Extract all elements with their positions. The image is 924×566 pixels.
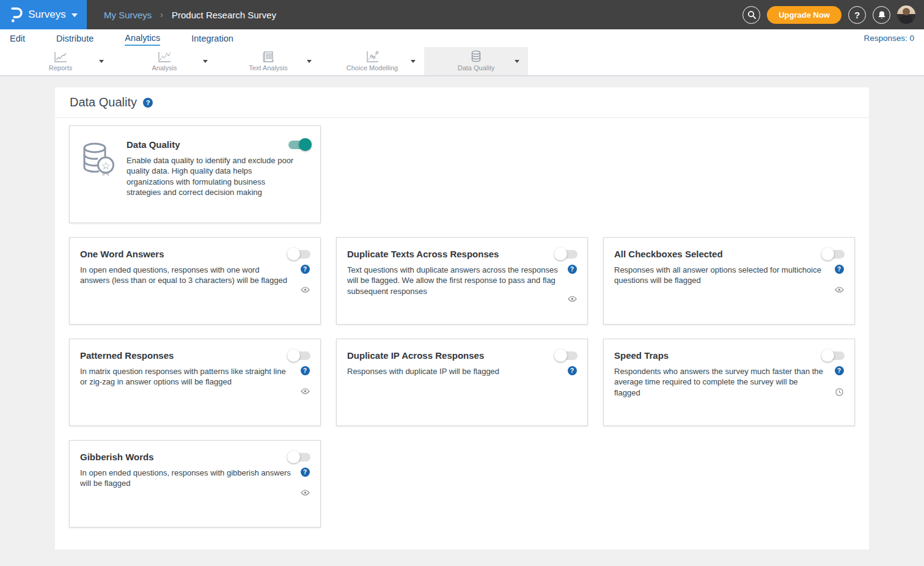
database-icon [469, 51, 483, 63]
data-quality-panel: Data Quality ? ☆ [55, 87, 869, 549]
all-checkboxes-toggle[interactable] [823, 250, 845, 259]
card-description: In matrix question responses with patter… [80, 366, 299, 394]
card-help-icon[interactable]: ? [835, 265, 844, 274]
card-help-icon[interactable]: ? [301, 265, 310, 274]
analytics-toolbar: Reports Analysis [0, 47, 924, 76]
scatter-chart-icon [365, 51, 379, 63]
patterned-responses-toggle[interactable] [288, 351, 310, 360]
chevron-down-icon[interactable] [99, 60, 104, 63]
card-description: Enable data quality to identify and excl… [127, 155, 300, 197]
tab-data-quality[interactable]: Data Quality [424, 47, 528, 75]
card-title: Duplicate Texts Across Responses [347, 248, 499, 259]
data-quality-toggle[interactable] [288, 141, 310, 149]
card-help-icon[interactable]: ? [301, 468, 310, 477]
card-all-checkboxes: All Checkboxes Selected Responses with a… [603, 237, 855, 325]
svg-text:☆: ☆ [101, 160, 110, 172]
tab-choice-modelling[interactable]: Choice Modelling [320, 47, 424, 75]
upgrade-now-button[interactable]: Upgrade Now [767, 6, 842, 24]
tab-label: Data Quality [458, 64, 495, 72]
card-description: Text questions with duplicate answers ac… [347, 265, 566, 302]
card-title: One Word Answers [80, 248, 164, 259]
card-speed-traps: Speed Traps Respondents who answers the … [603, 339, 855, 426]
eye-icon[interactable] [301, 287, 310, 293]
database-badge-icon: ☆ [80, 138, 116, 213]
card-title: Data Quality [127, 138, 180, 150]
page-help-icon[interactable]: ? [143, 98, 153, 108]
card-help-icon[interactable]: ? [568, 366, 577, 375]
tab-label: Text Analysis [249, 64, 288, 72]
topbar-actions: Upgrade Now ? [743, 6, 924, 24]
card-help-icon[interactable]: ? [568, 265, 577, 274]
tab-text-analysis[interactable]: Text Analysis [216, 47, 320, 75]
notifications-button[interactable] [873, 6, 890, 24]
chevron-down-icon[interactable] [307, 60, 312, 63]
card-duplicate-ip: Duplicate IP Across Responses Responses … [336, 339, 588, 426]
nav-tab-integration[interactable]: Integration [191, 32, 233, 45]
tab-label: Reports [49, 64, 73, 72]
eye-icon[interactable] [301, 388, 310, 394]
gibberish-words-toggle[interactable] [288, 453, 310, 461]
line-chart-icon [54, 51, 67, 63]
duplicate-texts-toggle[interactable] [556, 250, 578, 259]
panel-header: Data Quality ? [55, 87, 869, 118]
card-description: Responses with duplicate IP will be flag… [347, 366, 566, 377]
duplicate-ip-toggle[interactable] [556, 351, 578, 360]
tab-analysis[interactable]: Analysis [112, 47, 216, 75]
card-help-icon[interactable]: ? [301, 366, 310, 375]
chevron-down-icon[interactable] [411, 60, 416, 63]
help-button[interactable]: ? [848, 6, 866, 24]
card-one-word-answers: One Word Answers In open ended questions… [69, 237, 321, 325]
card-description: In open ended questions, responses with … [80, 265, 299, 293]
card-description: In open ended questions, responses with … [80, 468, 299, 496]
questionpro-logo-icon [9, 6, 23, 24]
card-help-icon[interactable]: ? [835, 366, 844, 375]
search-icon [747, 10, 756, 19]
card-title: Gibberish Words [80, 450, 154, 462]
breadcrumb: My Surveys › Product Research Survey [104, 10, 743, 20]
card-title: Speed Traps [614, 349, 669, 361]
card-gibberish-words: Gibberish Words In open ended questions,… [69, 440, 321, 527]
breadcrumb-separator-icon: › [160, 10, 163, 20]
chevron-down-icon[interactable] [203, 60, 208, 63]
card-description: Responses with all answer options select… [614, 265, 834, 293]
card-description: Respondents who answers the survey much … [614, 366, 834, 398]
chevron-down-icon [72, 13, 78, 17]
speed-traps-toggle[interactable] [823, 351, 845, 360]
newspaper-icon [262, 51, 275, 63]
nav-tab-distribute[interactable]: Distribute [56, 32, 94, 45]
page-title: Data Quality [70, 95, 137, 109]
tab-label: Analysis [152, 64, 177, 72]
card-title: All Checkboxes Selected [614, 248, 723, 259]
card-patterned-responses: Patterned Responses In matrix question r… [69, 339, 321, 426]
feature-card-data-quality: ☆ Data Quality Enable data quality to id… [69, 125, 321, 223]
eye-icon[interactable] [301, 490, 310, 496]
search-button[interactable] [743, 6, 760, 24]
card-duplicate-texts: Duplicate Texts Across Responses Text qu… [336, 237, 588, 325]
user-avatar[interactable] [897, 6, 915, 24]
nav-tab-edit[interactable]: Edit [10, 32, 25, 45]
question-mark-icon: ? [854, 10, 860, 20]
brand-surveys-menu[interactable]: Surveys [0, 0, 87, 29]
line-chart-icon [158, 51, 171, 63]
card-title: Patterned Responses [80, 349, 174, 361]
tab-reports[interactable]: Reports [9, 47, 112, 75]
tab-label: Choice Modelling [346, 64, 398, 72]
responses-count: Responses: 0 [864, 34, 914, 43]
survey-nav: Edit Distribute Analytics Integration Re… [0, 29, 924, 47]
breadcrumb-my-surveys[interactable]: My Surveys [104, 10, 152, 20]
eye-icon[interactable] [568, 296, 577, 302]
card-title: Duplicate IP Across Responses [347, 349, 484, 361]
top-bar: Surveys My Surveys › Product Research Su… [0, 0, 924, 29]
eye-icon[interactable] [835, 287, 844, 293]
chevron-down-icon[interactable] [515, 60, 519, 63]
brand-label: Surveys [28, 9, 65, 21]
nav-tab-analytics[interactable]: Analytics [125, 31, 160, 46]
bell-icon [878, 10, 886, 20]
one-word-answers-toggle[interactable] [288, 250, 310, 259]
clock-icon[interactable] [835, 388, 843, 396]
breadcrumb-current-survey: Product Research Survey [172, 10, 276, 20]
